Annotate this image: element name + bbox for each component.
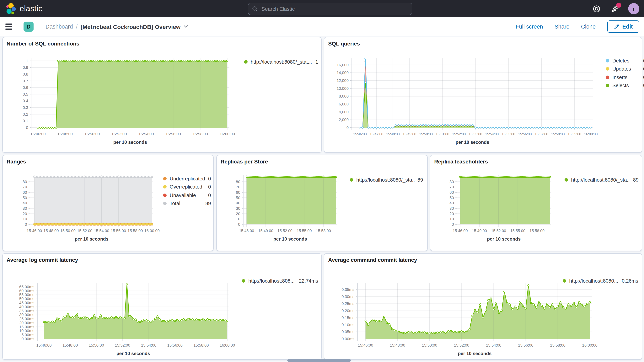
top-bar: elastic [0, 0, 644, 17]
svg-text:10: 10 [22, 217, 27, 221]
elastic-logo[interactable]: elastic [6, 2, 42, 15]
legend-value: 0 [643, 58, 644, 64]
svg-text:per 10 seconds: per 10 seconds [458, 351, 492, 356]
breadcrumb-separator: / [76, 24, 78, 30]
svg-text:16:00:00: 16:00:00 [220, 132, 235, 136]
dashboard-app-badge[interactable]: D [24, 22, 34, 32]
share-button[interactable]: Share [554, 24, 570, 30]
chart-canvas[interactable]: 8070605040302010015:46:0015:49:0015:52:0… [217, 155, 428, 251]
svg-text:15:54:00: 15:54:00 [141, 343, 156, 347]
svg-text:30: 30 [22, 206, 27, 210]
notification-dot [616, 2, 621, 8]
svg-text:15:57:00: 15:57:00 [535, 132, 548, 136]
page-title[interactable]: [Metricbeat CockroachDB] Overview [80, 23, 181, 30]
svg-text:40: 40 [450, 201, 454, 205]
svg-text:60: 60 [236, 190, 240, 194]
svg-text:15:52:00: 15:52:00 [115, 343, 130, 347]
svg-text:15:55:00: 15:55:00 [297, 228, 312, 233]
legend-value: 0 [208, 184, 211, 190]
svg-text:0: 0 [452, 222, 454, 226]
legend-label: Deletes [612, 58, 640, 64]
svg-text:15:48:00: 15:48:00 [390, 343, 405, 347]
help-button[interactable] [591, 3, 602, 14]
legend-item[interactable]: Unavailable0 [163, 191, 211, 199]
svg-text:15:55:00: 15:55:00 [502, 132, 515, 136]
dashboard-toolbar: D Dashboard / [Metricbeat CockroachDB] O… [0, 17, 644, 36]
svg-text:15:46:00: 15:46:00 [30, 132, 46, 136]
svg-text:15:54:00: 15:54:00 [486, 343, 501, 347]
legend-item[interactable]: Updates0 [606, 65, 644, 73]
svg-text:15:52:00: 15:52:00 [278, 228, 292, 233]
menu-button[interactable] [0, 17, 18, 36]
svg-text:2,000: 2,000 [339, 118, 348, 122]
legend-item[interactable]: Underreplicated0 [163, 175, 211, 182]
svg-text:0.3: 0.3 [23, 106, 28, 110]
svg-text:8,000: 8,000 [339, 94, 348, 98]
divider [39, 17, 39, 36]
legend-item[interactable]: Total89 [163, 200, 211, 207]
legend-series-dot [242, 279, 245, 282]
edit-button[interactable]: Edit [607, 20, 639, 33]
global-search[interactable] [248, 3, 412, 15]
svg-text:per 10 seconds: per 10 seconds [116, 351, 150, 356]
svg-text:50.00ms: 50.00ms [19, 297, 34, 301]
legend-item[interactable]: http://localhost:8080...0.26ms [563, 277, 638, 284]
legend-value: 0 [643, 74, 644, 80]
svg-text:15:54:00: 15:54:00 [94, 228, 109, 233]
svg-text:15:50:00: 15:50:00 [89, 343, 104, 347]
legend-item[interactable]: Overreplicated0 [163, 183, 211, 191]
svg-text:70: 70 [450, 185, 454, 189]
chevron-down-icon[interactable] [184, 25, 188, 28]
breadcrumb-dashboard[interactable]: Dashboard [46, 24, 73, 30]
legend-item[interactable]: Inserts0 [606, 73, 644, 81]
user-avatar[interactable]: r [628, 3, 639, 14]
svg-text:0.10ms: 0.10ms [342, 323, 354, 327]
breadcrumb: Dashboard / [Metricbeat CockroachDB] Ove… [46, 23, 188, 30]
edit-button-label: Edit [622, 24, 633, 30]
svg-text:15:52:00: 15:52:00 [77, 228, 92, 233]
svg-text:0.25ms: 0.25ms [342, 302, 354, 306]
svg-text:per 10 seconds: per 10 seconds [487, 236, 521, 242]
legend-item[interactable]: Deletes0 [606, 57, 644, 64]
legend-series-dot [163, 202, 166, 205]
svg-text:50: 50 [450, 196, 454, 200]
legend-label: Selects [612, 82, 640, 88]
svg-text:10,000: 10,000 [337, 86, 348, 90]
svg-text:4,000: 4,000 [339, 110, 348, 114]
svg-text:15:58:00: 15:58:00 [316, 228, 331, 233]
svg-text:0.1: 0.1 [23, 119, 28, 123]
svg-text:6,000: 6,000 [339, 102, 348, 106]
legend-series-dot [606, 59, 609, 62]
legend-item[interactable]: http://localhost:8080/_sta...89 [350, 176, 423, 184]
svg-text:15:58:00: 15:58:00 [530, 228, 544, 233]
elastic-logo-icon [6, 2, 16, 15]
chart-canvas[interactable]: 65.00ms60.00ms55.00ms50.00ms45.00ms40.00… [3, 254, 322, 360]
svg-text:60.00ms: 60.00ms [19, 289, 34, 293]
clone-button[interactable]: Clone [581, 24, 596, 30]
svg-text:0.30ms: 0.30ms [342, 294, 354, 299]
full-screen-button[interactable]: Full screen [516, 24, 543, 30]
svg-text:20: 20 [236, 212, 240, 216]
svg-text:15:47:00: 15:47:00 [370, 132, 383, 136]
chart-canvas[interactable]: 10.90.80.70.60.50.40.30.20.1015:46:0015:… [3, 38, 322, 153]
legend-item[interactable]: http://localhost:8080/_stat...1 [244, 58, 318, 66]
legend-value: 22.74ms [299, 278, 318, 284]
svg-text:15:50:00: 15:50:00 [419, 132, 433, 136]
legend-item[interactable]: http://localhost:808...22.74ms [242, 277, 318, 284]
news-feed-button[interactable] [610, 3, 620, 14]
search-icon [252, 6, 258, 12]
chart-canvas[interactable]: 8070605040302010015:46:0015:49:0015:52:0… [430, 155, 642, 251]
legend-item[interactable]: http://localhost:8080/_sta...89 [564, 176, 638, 184]
svg-text:16:00:00: 16:00:00 [582, 343, 597, 347]
search-input[interactable] [261, 6, 408, 12]
legend-item[interactable]: Selects0 [606, 82, 644, 89]
panel-number-of-sql-connections: Number of SQL connections 10.90.80.70.60… [2, 37, 322, 153]
chart-canvas[interactable]: 16,00014,00012,00010,0008,0006,0004,0002… [324, 38, 642, 153]
legend-value: 0 [208, 176, 211, 182]
chart-canvas[interactable]: 0.35ms0.30ms0.25ms0.20ms0.15ms0.10ms0.05… [324, 254, 642, 360]
svg-text:15:58:00: 15:58:00 [194, 343, 209, 347]
svg-text:0.2: 0.2 [23, 112, 28, 116]
divider [18, 17, 18, 36]
legend-value: 89 [633, 177, 638, 182]
horizontal-scrollbar[interactable] [287, 359, 351, 362]
